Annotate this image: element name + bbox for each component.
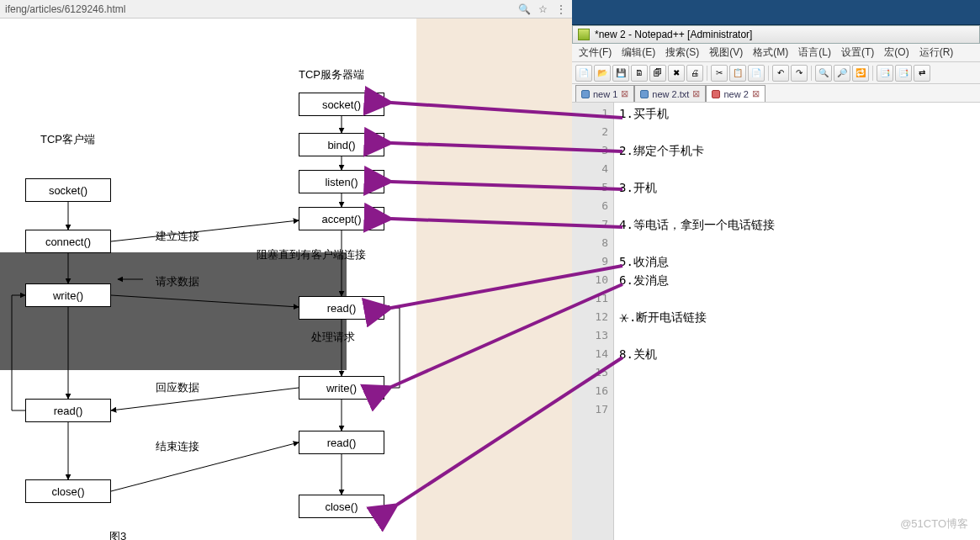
- window-chrome-gap: [572, 0, 980, 25]
- server-read2-box: read(): [299, 431, 384, 454]
- npp-menubar[interactable]: 文件(F) 编辑(E) 搜索(S) 视图(V) 格式(M) 语言(L) 设置(T…: [572, 44, 980, 62]
- notepad-pane: *new 2 - Notepad++ [Administrator] 文件(F)…: [572, 0, 980, 540]
- server-socket-box: socket(): [299, 93, 384, 116]
- menu-file[interactable]: 文件(F): [579, 45, 612, 60]
- code-line: 1.买手机: [619, 104, 975, 123]
- server-title: TCP服务器端: [299, 67, 364, 82]
- code-line: 2.绑定个手机卡: [619, 141, 975, 160]
- tool-open-icon[interactable]: 📂: [594, 65, 611, 82]
- menu-search[interactable]: 搜索(S): [665, 45, 699, 60]
- toolbar-sep: [872, 66, 873, 81]
- code-line: [619, 197, 975, 215]
- zoom-icon[interactable]: 🔍: [518, 3, 530, 15]
- tab-new1[interactable]: new 1 ⊠: [575, 85, 634, 102]
- client-socket-box: socket(): [25, 178, 111, 202]
- npp-tabs: new 1 ⊠ new 2.txt ⊠ new 2 ⊠: [572, 84, 980, 103]
- tcp-diagram: TCP客户端 TCP服务器端 socket() connect() write(…: [0, 27, 572, 540]
- tool-redo-icon[interactable]: ↷: [791, 65, 808, 82]
- code-line: [619, 123, 975, 141]
- code-line: [619, 289, 975, 308]
- tool-close-icon[interactable]: ✖: [668, 65, 685, 82]
- tab-saved-icon: [640, 90, 649, 98]
- server-listen-box: listen(): [299, 170, 384, 193]
- browser-pane: ifeng/articles/6129246.html 🔍 ☆ ⋮ TCP客户端…: [0, 0, 572, 540]
- toolbar-sep: [768, 66, 769, 81]
- svg-line-13: [111, 388, 299, 410]
- toolbar-sep: [707, 66, 707, 81]
- npp-title-text: *new 2 - Notepad++ [Administrator]: [595, 29, 752, 40]
- tool-closeall-icon[interactable]: 🗐: [649, 65, 666, 82]
- tab-label: new 2: [723, 89, 748, 99]
- svg-line-14: [111, 442, 299, 491]
- code-line: [619, 382, 975, 400]
- tool-save-icon[interactable]: 💾: [612, 65, 629, 82]
- tool-goto-icon[interactable]: 🔁: [852, 65, 869, 82]
- tool-paste-icon[interactable]: 📄: [748, 65, 765, 82]
- label-finish: 结束连接: [156, 439, 199, 454]
- client-read-box: read(): [25, 399, 111, 422]
- tab-new2[interactable]: new 2 ⊠: [706, 85, 765, 102]
- client-write-box: write(): [25, 283, 111, 307]
- client-connect-box: connect(): [25, 230, 111, 253]
- tool-allchars-icon[interactable]: 📑: [895, 65, 912, 82]
- watermark: @51CTO博客: [900, 516, 968, 532]
- menu-lang[interactable]: 语言(L): [798, 45, 831, 60]
- menu-macro[interactable]: 宏(O): [884, 45, 908, 60]
- label-block: 阻塞直到有客户端连接: [257, 247, 366, 262]
- menu-icon[interactable]: ⋮: [555, 3, 567, 15]
- line-gutter: 12345678 91011121314151617: [572, 103, 614, 540]
- tab-label: new 1: [593, 89, 617, 99]
- menu-format[interactable]: 格式(M): [753, 45, 788, 60]
- tool-print-icon[interactable]: 🖨: [686, 65, 703, 82]
- editor[interactable]: 12345678 91011121314151617 1.买手机 2.绑定个手机…: [572, 103, 980, 540]
- tab-close-icon[interactable]: ⊠: [752, 88, 760, 99]
- tool-undo-icon[interactable]: ↶: [772, 65, 789, 82]
- server-accept-box: accept(): [299, 207, 384, 230]
- code-line: ⚹.断开电话链接: [619, 308, 975, 326]
- code-area[interactable]: 1.买手机 2.绑定个手机卡 3.开机 4.等电话，拿到一个电话链接 5.收消息…: [614, 103, 980, 540]
- menu-edit[interactable]: 编辑(E): [622, 45, 655, 60]
- star-icon[interactable]: ☆: [537, 3, 548, 15]
- client-title: TCP客户端: [40, 132, 95, 147]
- menu-view[interactable]: 视图(V): [709, 45, 743, 60]
- tool-wrap-icon[interactable]: 📑: [877, 65, 893, 82]
- tab-close-icon[interactable]: ⊠: [692, 88, 700, 99]
- toolbar-sep: [811, 66, 812, 81]
- code-line: [619, 363, 975, 382]
- code-line: 6.发消息: [619, 271, 975, 289]
- npp-app-icon: [578, 29, 590, 40]
- server-close-box: close(): [299, 495, 384, 518]
- tab-saved-icon: [581, 90, 590, 98]
- label-establish: 建立连接: [156, 229, 199, 244]
- label-response: 回应数据: [156, 380, 199, 395]
- code-line: [619, 400, 975, 419]
- tool-copy-icon[interactable]: 📋: [729, 65, 746, 82]
- npp-titlebar: *new 2 - Notepad++ [Administrator]: [572, 25, 980, 44]
- client-close-box: close(): [25, 479, 111, 503]
- server-read1-box: read(): [299, 296, 384, 320]
- server-bind-box: bind(): [299, 133, 384, 156]
- url-bar: ifeng/articles/6129246.html 🔍 ☆ ⋮: [0, 0, 572, 19]
- tool-new-icon[interactable]: 📄: [575, 65, 592, 82]
- code-line: [619, 234, 975, 252]
- npp-toolbar: 📄 📂 💾 🗎 🗐 ✖ 🖨 ✂ 📋 📄 ↶ ↷ 🔍 🔎 🔁 📑 📑 ⇄: [572, 62, 980, 84]
- code-line: [619, 326, 975, 345]
- tab-new2txt[interactable]: new 2.txt ⊠: [634, 85, 706, 102]
- svg-line-11: [111, 220, 299, 241]
- code-line: 8.关机: [619, 345, 975, 363]
- tab-unsaved-icon: [712, 90, 720, 98]
- diagram-highlight-overlay: [0, 252, 347, 370]
- tab-close-icon[interactable]: ⊠: [621, 88, 628, 99]
- tool-find-icon[interactable]: 🔍: [815, 65, 832, 82]
- tool-replace-icon[interactable]: 🔎: [834, 65, 850, 82]
- tool-sync-icon[interactable]: ⇄: [914, 65, 930, 82]
- url-text: ifeng/articles/6129246.html: [5, 3, 511, 15]
- tool-cut-icon[interactable]: ✂: [711, 65, 728, 82]
- diagram-caption: 图3: [109, 529, 126, 540]
- code-line: 3.开机: [619, 178, 975, 197]
- menu-settings[interactable]: 设置(T): [841, 45, 874, 60]
- tool-saveall-icon[interactable]: 🗎: [631, 65, 648, 82]
- label-process: 处理请求: [311, 330, 355, 345]
- menu-run[interactable]: 运行(R): [919, 45, 954, 60]
- code-line: 5.收消息: [619, 252, 975, 271]
